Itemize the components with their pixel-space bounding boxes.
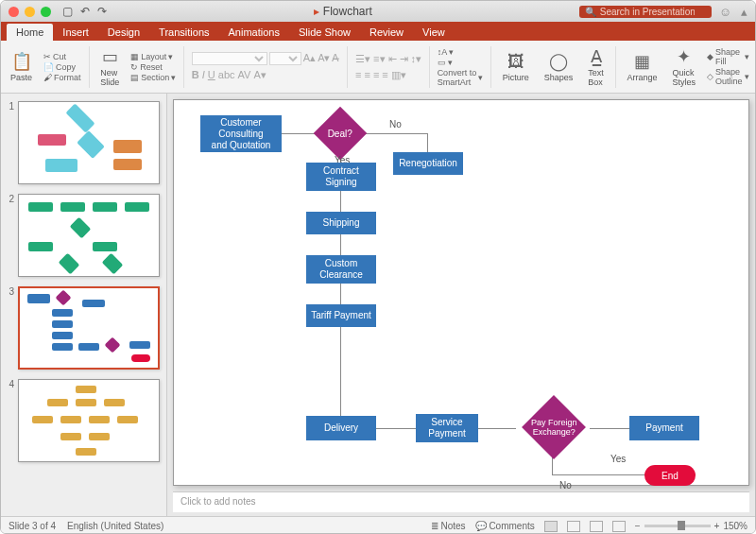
slide-panel[interactable]: 1 2 3 (1, 94, 167, 516)
notes-toggle[interactable]: ≣ Notes (431, 521, 466, 531)
arrange-button[interactable]: ▦Arrange (623, 51, 661, 82)
text-direction[interactable]: ↕A ▾ (438, 47, 484, 57)
format-painter-button[interactable]: 🖌 Format (43, 73, 81, 82)
view-sorter[interactable] (567, 521, 580, 532)
picture-button[interactable]: 🖼Picture (499, 52, 533, 82)
tab-view[interactable]: View (413, 24, 455, 41)
zoom-slider[interactable] (644, 525, 711, 527)
tab-slideshow[interactable]: Slide Show (289, 24, 360, 41)
new-slide-button[interactable]: ▭New Slide (96, 46, 123, 87)
italic-button[interactable]: I (202, 69, 205, 81)
view-normal[interactable] (544, 521, 558, 532)
paste-button[interactable]: 📋Paste (7, 51, 36, 82)
underline-button[interactable]: U (208, 69, 215, 81)
thumb-num: 2 (5, 194, 14, 277)
node-payment[interactable]: Payment (629, 416, 699, 440)
slide-indicator: Slide 3 of 4 (9, 521, 56, 531)
shape-fill-button[interactable]: ◆ Shape Fill ▾ (707, 47, 749, 66)
label-yes-2: Yes (610, 454, 626, 464)
node-renegotiation[interactable]: Renegotiation (393, 152, 463, 175)
font-shrink[interactable]: A▾ (318, 52, 330, 65)
slide[interactable]: Customer Consulting and Quotation Deal? … (173, 99, 749, 486)
align-right[interactable]: ≡ (373, 69, 379, 81)
comments-toggle[interactable]: 💬 Comments (475, 521, 535, 531)
search-box[interactable]: 🔍 (579, 6, 712, 18)
spacing-button[interactable]: AV (238, 69, 251, 81)
share-icon[interactable]: ▴ (741, 5, 747, 19)
connector (340, 152, 341, 417)
node-delivery[interactable]: Delivery (306, 416, 376, 440)
node-pay-fx[interactable]: Pay Foreign Exchange? (522, 395, 586, 459)
language-indicator[interactable]: English (United States) (67, 521, 163, 531)
clear-format[interactable]: A̶ (332, 52, 339, 65)
minimize-icon[interactable] (25, 7, 35, 17)
node-service-payment[interactable]: Service Payment (416, 414, 478, 442)
node-custom-clearance[interactable]: Custom Clearance (306, 255, 376, 284)
slide-thumb-2[interactable] (18, 194, 160, 277)
indent-inc[interactable]: ⇥ (400, 53, 408, 65)
close-icon[interactable] (9, 7, 19, 17)
tab-review[interactable]: Review (360, 24, 413, 41)
shapes-button[interactable]: ◯Shapes (541, 51, 577, 82)
view-reading[interactable] (590, 521, 603, 532)
bold-button[interactable]: B (192, 69, 199, 81)
workspace: 1 2 3 (1, 94, 755, 516)
reset-button[interactable]: ↻ Reset (130, 62, 176, 72)
strike-button[interactable]: abc (218, 69, 235, 81)
thumb-num: 4 (5, 379, 14, 462)
font-color-button[interactable]: A▾ (253, 69, 266, 81)
align-center[interactable]: ≡ (365, 69, 370, 81)
zoom-level[interactable]: 150% (723, 521, 747, 531)
font-size-select[interactable] (269, 52, 301, 65)
numbers-button[interactable]: ≡▾ (373, 53, 385, 65)
tab-insert[interactable]: Insert (53, 24, 98, 41)
quick-access-toolbar: ▢ ↶ ↷ (62, 5, 107, 18)
search-input[interactable] (600, 7, 695, 17)
node-tariff[interactable]: Tariff Payment (306, 304, 376, 327)
slide-thumb-4[interactable] (18, 379, 160, 462)
node-contract[interactable]: Contract Signing (306, 163, 376, 191)
tab-design[interactable]: Design (98, 24, 149, 41)
node-deal[interactable]: Deal? (314, 107, 368, 161)
search-icon: 🔍 (585, 7, 596, 17)
line-spacing[interactable]: ↕▾ (411, 53, 422, 65)
undo-icon[interactable]: ↶ (80, 5, 90, 18)
save-icon[interactable]: ▢ (62, 5, 73, 18)
cut-button[interactable]: ✂ Cut (43, 52, 81, 61)
tab-transitions[interactable]: Transitions (149, 24, 218, 41)
titlebar: ▢ ↶ ↷ ▸ Flowchart 🔍 ☺ ▴ (1, 1, 755, 22)
slide-thumb-3[interactable] (18, 286, 160, 370)
zoom-in[interactable]: + (714, 521, 720, 531)
shape-outline-button[interactable]: ◇ Shape Outline ▾ (707, 67, 749, 86)
zoom-out[interactable]: − (635, 521, 641, 531)
notes-pane[interactable]: Click to add notes (173, 491, 749, 512)
columns[interactable]: ▥▾ (391, 69, 406, 81)
smiley-icon[interactable]: ☺ (719, 5, 731, 19)
convert-smartart[interactable]: Convert to SmartArt ▾ (438, 68, 484, 87)
align-left[interactable]: ≡ (355, 69, 361, 81)
align-text[interactable]: ▭ ▾ (438, 58, 484, 67)
indent-dec[interactable]: ⇤ (388, 53, 397, 65)
maximize-icon[interactable] (41, 7, 51, 17)
redo-icon[interactable]: ↷ (97, 5, 107, 18)
node-end[interactable]: End (644, 465, 696, 486)
textbox-icon: A̲ (591, 46, 602, 67)
tab-animations[interactable]: Animations (219, 24, 289, 41)
slide-thumb-1[interactable] (18, 101, 160, 184)
font-grow[interactable]: A▴ (303, 52, 316, 65)
justify[interactable]: ≡ (382, 69, 387, 81)
node-customer[interactable]: Customer Consulting and Quotation (200, 115, 282, 152)
zoom-control[interactable]: − + 150% (635, 521, 747, 531)
layout-button[interactable]: ▦ Layout ▾ (130, 52, 176, 61)
copy-button[interactable]: 📄 Copy (43, 62, 81, 72)
copy-icon: 📄 (43, 62, 54, 72)
node-shipping[interactable]: Shipping (306, 212, 376, 234)
section-button[interactable]: ▤ Section ▾ (130, 73, 176, 82)
connector (359, 133, 427, 134)
quick-styles-button[interactable]: ✦Quick Styles (668, 46, 699, 87)
bullets-button[interactable]: ☰▾ (355, 53, 370, 65)
textbox-button[interactable]: A̲Text Box (584, 46, 608, 87)
tab-home[interactable]: Home (7, 24, 53, 41)
view-slideshow[interactable] (612, 521, 626, 532)
font-select[interactable] (192, 52, 267, 65)
